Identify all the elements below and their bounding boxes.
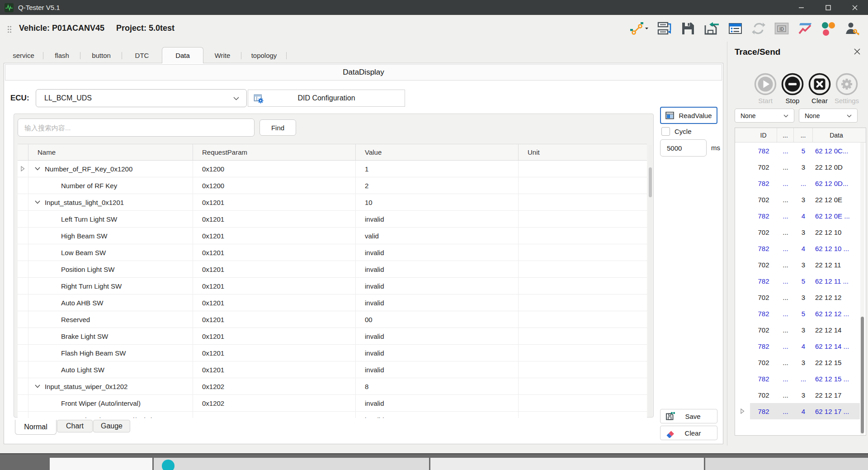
tab-dtc[interactable]: DTC	[122, 47, 162, 63]
trace-column-3[interactable]: ...	[794, 128, 813, 142]
column-header-requestparam[interactable]: RequestParam	[193, 144, 356, 160]
data-table-row[interactable]: Low Beam SW0x1201invalid	[18, 244, 647, 261]
color-dots-icon[interactable]	[821, 21, 836, 36]
tab-topology[interactable]: topology	[241, 47, 287, 63]
trace-header-row: ID ... ... Data	[735, 128, 866, 142]
id-badge-icon[interactable]: ID	[774, 22, 789, 35]
chevron-down-icon[interactable]	[35, 385, 40, 388]
drag-handle[interactable]	[7, 25, 12, 33]
data-table-row[interactable]: Input_status_wiper_0x12020x12028	[18, 378, 647, 395]
trace-panel-title: Trace/Send	[735, 47, 780, 57]
trace-row[interactable]: 702...322 12 10	[735, 224, 866, 240]
cycle-interval-input[interactable]	[660, 139, 707, 157]
form-list-icon[interactable]	[728, 22, 743, 35]
data-table-row[interactable]: High Beam SW0x1201valid	[18, 228, 647, 244]
user-key-icon[interactable]	[844, 21, 860, 36]
save-icon[interactable]	[681, 22, 695, 35]
data-table-row[interactable]: Number of RF Key0x12002	[18, 177, 647, 194]
trace-row[interactable]: 702...322 12 15	[735, 354, 866, 370]
data-table-row[interactable]: Right Turn Light SW0x1201invalid	[18, 278, 647, 294]
maximize-button[interactable]	[815, 0, 841, 15]
data-table-row[interactable]: Front Wiper (Low Speed/ Mist)0x1202inval…	[18, 412, 647, 418]
trace-row[interactable]: 702...322 12 17	[735, 387, 866, 403]
trace-row[interactable]: 782......62 12 15 ...	[735, 370, 866, 387]
trace-row[interactable]: 702...322 12 11	[735, 256, 866, 273]
row-expand-cell[interactable]	[18, 161, 28, 177]
trace-column-2[interactable]: ...	[777, 128, 794, 142]
trace-scrollbar[interactable]	[860, 142, 864, 435]
view-tab-gauge[interactable]: Gauge	[93, 420, 130, 432]
clear-button[interactable]: Clear	[660, 426, 717, 440]
connection-icon[interactable]	[630, 21, 649, 36]
cell-requestparam: 0x1202	[193, 395, 356, 411]
expand-right-icon[interactable]	[741, 408, 745, 414]
column-header-name[interactable]: Name	[28, 144, 193, 160]
trace-cell-data: 22 12 11	[813, 256, 860, 273]
save-button[interactable]: Save	[660, 409, 717, 423]
trace-row[interactable]: 782...462 12 17 ...	[735, 403, 866, 419]
data-table-row[interactable]: Front Wiper (Auto/interval)0x1202invalid	[18, 395, 647, 412]
trace-row[interactable]: 782......62 12 0D...	[735, 175, 866, 191]
trace-cell-3: 4	[794, 208, 813, 224]
view-tab-normal[interactable]: Normal	[15, 420, 57, 435]
cycle-checkbox[interactable]	[661, 127, 670, 136]
import-icon[interactable]	[703, 21, 720, 36]
ecu-select[interactable]: LL_BCM_UDS	[36, 89, 247, 107]
column-header-value[interactable]: Value	[356, 144, 519, 160]
trace-row[interactable]: 782...562 12 11 ...	[735, 273, 866, 289]
data-table-row[interactable]: Number_of_RF_Key_0x12000x12001	[18, 161, 647, 177]
chevron-down-icon[interactable]	[35, 200, 40, 204]
chevron-down-icon[interactable]	[35, 167, 40, 171]
data-table-row[interactable]: Auto AHB SW0x1201invalid	[18, 294, 647, 311]
sequence-icon[interactable]	[657, 21, 673, 36]
trace-stop-button[interactable]	[781, 73, 804, 95]
tab-button[interactable]: button	[80, 47, 122, 63]
table-scrollbar[interactable]	[648, 145, 652, 417]
trace-row[interactable]: 782...562 12 0C...	[735, 142, 866, 159]
trace-filter-left-select[interactable]: None	[735, 109, 794, 123]
trace-start-button	[754, 73, 777, 95]
trace-filter-right-select[interactable]: None	[799, 109, 858, 123]
trace-row[interactable]: 702...322 12 0D	[735, 159, 866, 175]
row-expand-cell	[18, 261, 28, 277]
column-header-unit[interactable]: Unit	[519, 144, 647, 160]
tab-write[interactable]: Write	[203, 47, 241, 63]
trace-close-icon[interactable]	[852, 46, 863, 57]
trace-row[interactable]: 782...462 12 14 ...	[735, 338, 866, 354]
table-scrollbar-thumb[interactable]	[649, 167, 652, 197]
data-table-row[interactable]: Reserved0x120100	[18, 311, 647, 328]
trace-cell-data: 62 12 0D...	[813, 175, 860, 191]
did-configuration-button[interactable]: DID Configuration	[248, 90, 405, 107]
tab-data[interactable]: Data	[162, 47, 203, 63]
row-expand-cell	[18, 294, 28, 311]
view-tab-chart[interactable]: Chart	[57, 420, 93, 432]
read-value-button[interactable]: ReadValue	[660, 107, 717, 124]
close-button[interactable]	[841, 0, 868, 15]
minimize-button[interactable]	[788, 0, 815, 15]
trace-row[interactable]: 782...562 12 12 ...	[735, 305, 866, 322]
trace-clear-button[interactable]	[808, 73, 831, 95]
data-table-row[interactable]: Position Light SW0x1201invalid	[18, 261, 647, 278]
trace-row[interactable]: 782...462 12 10 ...	[735, 240, 866, 256]
trace-row[interactable]: 702...322 12 0E	[735, 191, 866, 208]
trace-row[interactable]: 782...462 12 0E ...	[735, 208, 866, 224]
trend-chart-icon[interactable]	[797, 22, 812, 35]
trace-row[interactable]: 702...322 12 12	[735, 289, 866, 305]
trace-expand-cell[interactable]	[735, 403, 750, 419]
cell-unit	[519, 378, 647, 394]
data-table-row[interactable]: Flash High Beam SW0x1201invalid	[18, 345, 647, 361]
search-input[interactable]	[18, 119, 255, 137]
find-button[interactable]: Find	[259, 119, 296, 136]
refresh-icon[interactable]	[751, 21, 766, 36]
trace-column-id[interactable]: ID	[750, 128, 777, 142]
data-table-row[interactable]: Input_status_light_0x12010x120110	[18, 194, 647, 211]
trace-column-data[interactable]: Data	[813, 128, 860, 142]
tab-service[interactable]: service	[4, 47, 43, 63]
expand-right-icon[interactable]	[21, 166, 25, 171]
data-table-row[interactable]: Left Turn Light SW0x1201invalid	[18, 211, 647, 228]
tab-flash[interactable]: flash	[43, 47, 80, 63]
data-table-row[interactable]: Brake Light SW0x1201invalid	[18, 328, 647, 345]
trace-scrollbar-thumb[interactable]	[861, 317, 864, 433]
trace-row[interactable]: 702...322 12 14	[735, 322, 866, 338]
data-table-row[interactable]: Auto Light SW0x1201invalid	[18, 361, 647, 378]
